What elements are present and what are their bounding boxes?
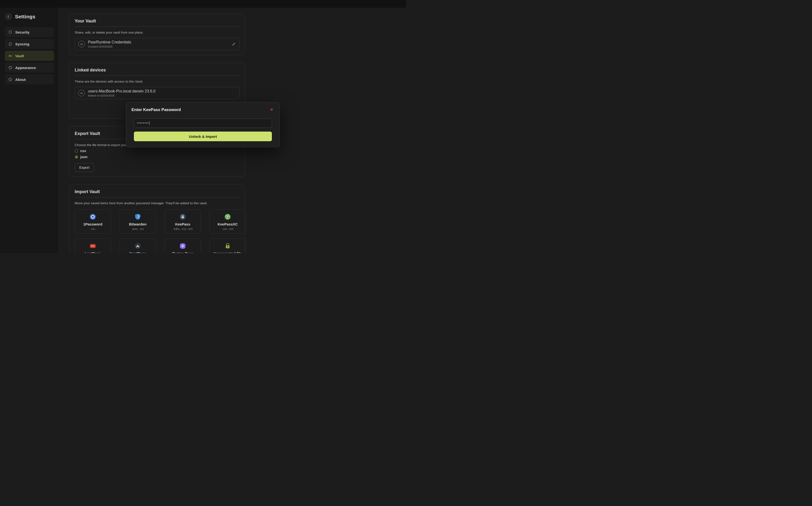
import-option-formats: .csv	[90, 228, 95, 230]
import-option-name: Unencrypted file	[213, 251, 242, 253]
password-input[interactable]: ••••••••	[134, 118, 272, 128]
sidebar-item-label: About	[15, 78, 25, 82]
divider	[75, 76, 240, 76]
sidebar-item-security[interactable]: Security	[5, 27, 54, 37]
key-circle-icon	[78, 90, 85, 96]
password-value: ••••••••	[137, 121, 149, 125]
edit-pencil-icon[interactable]	[232, 42, 236, 46]
sidebar-item-label: Appearance	[15, 66, 36, 70]
sidebar-header: Settings	[5, 13, 54, 20]
import-option-protonpass[interactable]: Proton Pass .csv, .json	[164, 239, 201, 253]
import-option-name: Proton Pass	[172, 251, 193, 253]
divider	[75, 197, 240, 197]
import-option-name: 1Password	[83, 222, 102, 226]
vault-name: PearRuntime Credentials	[88, 40, 131, 45]
key-circle-icon	[78, 41, 85, 47]
key-icon	[8, 54, 12, 58]
import-option-1password[interactable]: 1Password .csv	[75, 209, 111, 234]
bitwarden-icon	[135, 213, 141, 221]
linked-devices-title: Linked devices	[75, 68, 240, 73]
sidebar-item-about[interactable]: About	[5, 74, 54, 84]
export-format-option-json[interactable]: json	[75, 155, 240, 159]
device-added-date: Added on 02/03/2026	[88, 94, 155, 97]
arrow-left-icon	[6, 15, 10, 19]
vault-created-date: Created 02/03/2026	[88, 45, 131, 48]
import-option-name: NordPass	[129, 251, 146, 253]
import-option-formats: .csv, .xml	[222, 228, 233, 230]
radio-selected-icon[interactable]	[75, 155, 78, 159]
sidebar-item-label: Security	[15, 30, 29, 34]
your-vault-title: Your Vault	[75, 19, 240, 24]
radio-unselected-icon[interactable]	[75, 149, 78, 153]
your-vault-card: Your Vault Share, edit, or delete your v…	[69, 13, 245, 55]
settings-sidebar: Settings Security Syncing Vault Appearan…	[0, 8, 59, 253]
back-button[interactable]	[5, 13, 12, 20]
sidebar-item-appearance[interactable]: Appearance	[5, 63, 54, 73]
1password-icon	[89, 213, 96, 221]
unlock-import-button[interactable]: Unlock & Import	[134, 132, 272, 141]
keepass-icon	[179, 213, 186, 221]
info-icon	[8, 78, 12, 82]
keepassxc-icon	[224, 213, 231, 221]
window-titlebar	[0, 0, 406, 8]
import-vault-card: Import Vault Move your saved items here …	[69, 184, 245, 253]
import-option-nordpass[interactable]: NordPass .csv	[120, 239, 156, 253]
import-option-bitwarden[interactable]: Bitwarden .json, .csv	[120, 209, 156, 234]
import-option-name: KeePassXC	[217, 222, 238, 226]
import-option-keepass[interactable]: KeePass .kdbx, .csv, .xml	[164, 209, 201, 234]
import-option-lastpass[interactable]: LastPass .csv	[75, 239, 111, 253]
close-icon[interactable]: ✕	[269, 107, 274, 112]
vault-row[interactable]: PearRuntime Credentials Created 02/03/20…	[75, 38, 240, 50]
nordpass-icon	[134, 242, 141, 250]
divider	[75, 26, 240, 27]
radio-label: csv	[80, 149, 86, 153]
import-option-name: KeePass	[175, 222, 190, 226]
sync-icon	[8, 42, 12, 46]
page-title: Settings	[15, 14, 35, 19]
dialog-title: Enter KeePass Password	[131, 107, 181, 112]
import-vault-description: Move your saved items here from another …	[75, 201, 240, 205]
sidebar-item-label: Vault	[15, 54, 24, 58]
import-option-name: LastPass	[85, 251, 101, 253]
import-option-formats: .json, .csv	[131, 228, 144, 230]
import-option-unencrypted-file[interactable]: Unencrypted file .json, .csv	[209, 239, 246, 253]
your-vault-description: Share, edit, or delete your vault from o…	[75, 31, 240, 34]
import-option-keepassxc[interactable]: KeePassXC .csv, .xml	[209, 209, 246, 234]
import-option-formats: .kdbx, .csv, .xml	[173, 228, 193, 230]
text-caret	[149, 121, 150, 125]
unencrypted-file-icon	[224, 242, 231, 250]
export-format-option-csv[interactable]: csv	[75, 149, 240, 153]
protonpass-icon	[179, 242, 186, 250]
device-row[interactable]: users-MacBook-Pro.local darwin 23.6.0 Ad…	[75, 87, 240, 99]
device-name: users-MacBook-Pro.local darwin 23.6.0	[88, 89, 155, 93]
lastpass-icon	[89, 242, 96, 250]
import-option-name: Bitwarden	[129, 222, 147, 226]
palette-icon	[8, 66, 12, 70]
radio-label: json	[80, 155, 87, 159]
shield-icon	[8, 30, 12, 34]
linked-devices-description: These are the devices with access to thi…	[75, 80, 240, 83]
sidebar-item-vault[interactable]: Vault	[5, 51, 54, 61]
import-vault-title: Import Vault	[75, 189, 240, 194]
export-button[interactable]: Export	[75, 163, 94, 172]
keepass-password-dialog: Enter KeePass Password ✕ •••••••• Unlock…	[126, 102, 280, 147]
sidebar-item-syncing[interactable]: Syncing	[5, 39, 54, 49]
sidebar-item-label: Syncing	[15, 42, 29, 46]
import-options-grid: 1Password .csv Bitwarden .json, .csv Kee…	[75, 209, 240, 253]
